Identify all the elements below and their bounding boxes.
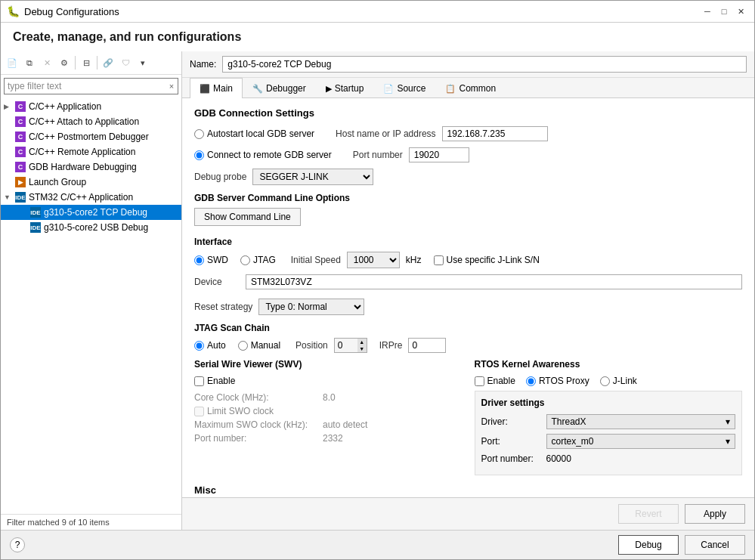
jlink-radio[interactable] bbox=[600, 376, 610, 386]
rtos-enable-text: Enable bbox=[487, 376, 515, 386]
content-area: 📄 ⧉ ✕ ⚙ ⊟ 🔗 🛡 ▾ × ▶ C C bbox=[1, 51, 754, 530]
rtos-section: RTOS Kernel Awareness Enable RTOS Proxy bbox=[475, 359, 743, 475]
specific-jlink-label[interactable]: Use specific J-Link S/N bbox=[434, 255, 540, 265]
interface-row: SWD JTAG Initial Speed 1000 500 2000 kHz bbox=[194, 252, 742, 268]
speed-select[interactable]: 1000 500 2000 bbox=[347, 252, 400, 268]
port-input[interactable] bbox=[409, 147, 469, 162]
tab-main[interactable]: ⬛ Main bbox=[190, 78, 243, 98]
specific-jlink-checkbox[interactable] bbox=[434, 255, 444, 265]
rtos-proxy-radio[interactable] bbox=[526, 376, 536, 386]
misc-section: Misc bbox=[194, 484, 742, 496]
jlink-text: J-Link bbox=[613, 376, 637, 386]
c-icon: C bbox=[14, 146, 26, 158]
jtag-label: JTAG bbox=[253, 255, 276, 265]
list-item[interactable]: ▶ Launch Group bbox=[1, 175, 181, 190]
tab-startup[interactable]: ▶ Startup bbox=[316, 78, 374, 98]
filter-button[interactable]: ⚙ bbox=[56, 54, 73, 71]
gdb-server-title: GDB Server Command Line Options bbox=[194, 193, 742, 203]
tab-debugger[interactable]: 🔧 Debugger bbox=[243, 78, 316, 98]
irpre-input[interactable] bbox=[408, 338, 446, 353]
search-input[interactable] bbox=[5, 79, 166, 94]
swv-enable-label[interactable]: Enable bbox=[194, 376, 463, 386]
delete-button[interactable]: ✕ bbox=[39, 54, 55, 71]
position-up-button[interactable]: ▲ bbox=[357, 339, 367, 345]
sidebar-footer: Filter matched 9 of 10 items bbox=[1, 514, 181, 530]
autostart-radio-label[interactable]: Autostart local GDB server bbox=[194, 128, 314, 139]
position-input[interactable] bbox=[335, 339, 357, 352]
main-header: Create, manage, and run configurations bbox=[1, 23, 754, 51]
swv-port-value: 2332 bbox=[323, 433, 343, 444]
maximize-button[interactable]: □ bbox=[716, 5, 732, 17]
usb-debug-item[interactable]: IDE g310-5-core2 USB Debug bbox=[1, 220, 181, 235]
jlink-label[interactable]: J-Link bbox=[600, 376, 637, 386]
debug-button[interactable]: Debug bbox=[618, 535, 679, 555]
port-select[interactable]: cortex_m0 ▾ bbox=[546, 434, 736, 449]
driver-select[interactable]: ThreadX ▾ bbox=[546, 414, 736, 429]
apply-button[interactable]: Apply bbox=[685, 504, 745, 524]
revert-button[interactable]: Revert bbox=[618, 504, 679, 524]
tcp-debug-item[interactable]: IDE g310-5-core2 TCP Debug bbox=[1, 205, 181, 220]
tab-debugger-label: Debugger bbox=[266, 83, 306, 94]
port-label: Port: bbox=[481, 436, 542, 447]
hostname-input[interactable] bbox=[442, 126, 548, 141]
tab-source[interactable]: 📄 Source bbox=[373, 78, 435, 98]
swd-radio-label[interactable]: SWD bbox=[194, 255, 228, 265]
list-item[interactable]: C GDB Hardware Debugging bbox=[1, 159, 181, 175]
show-command-line-button[interactable]: Show Command Line bbox=[194, 208, 301, 226]
device-input[interactable] bbox=[246, 274, 742, 289]
link-button[interactable]: 🔗 bbox=[100, 54, 116, 71]
help-button[interactable]: ? bbox=[10, 537, 25, 552]
collapse-all-button[interactable]: ⊟ bbox=[78, 54, 94, 71]
tab-main-label: Main bbox=[213, 83, 233, 94]
jtag-radio[interactable] bbox=[240, 255, 250, 265]
search-clear-button[interactable]: × bbox=[166, 80, 178, 92]
panel-content: GDB Connection Settings Autostart local … bbox=[182, 98, 754, 497]
swd-radio[interactable] bbox=[194, 255, 204, 265]
dropdown-button[interactable]: ▾ bbox=[135, 54, 151, 71]
auto-radio-label[interactable]: Auto bbox=[194, 340, 226, 351]
swv-enable-checkbox[interactable] bbox=[194, 376, 204, 386]
limit-swo-checkbox[interactable] bbox=[194, 407, 204, 416]
list-item[interactable]: ▶ C C/C++ Application bbox=[1, 99, 181, 114]
tab-common-label: Common bbox=[459, 83, 496, 94]
new-config-button[interactable]: 📄 bbox=[4, 54, 20, 71]
jtag-radio-label[interactable]: JTAG bbox=[240, 255, 276, 265]
list-item[interactable]: C C/C++ Remote Application bbox=[1, 144, 181, 159]
debug-probe-select[interactable]: SEGGER J-LINK OpenOCD PyOCD bbox=[252, 169, 373, 185]
c-icon: C bbox=[14, 161, 26, 173]
list-item[interactable]: C C/C++ Attach to Application bbox=[1, 114, 181, 129]
close-button[interactable]: ✕ bbox=[733, 5, 748, 17]
minimize-button[interactable]: ─ bbox=[700, 5, 715, 17]
list-item[interactable]: C C/C++ Postmortem Debugger bbox=[1, 129, 181, 144]
tab-startup-label: Startup bbox=[335, 83, 364, 94]
driver-settings-box: Driver settings Driver: ThreadX ▾ Port: bbox=[475, 391, 743, 475]
gdb-connection-row1: Autostart local GDB server Host name or … bbox=[194, 126, 742, 141]
rtos-proxy-label[interactable]: RTOS Proxy bbox=[526, 376, 589, 386]
manual-radio[interactable] bbox=[238, 341, 248, 351]
c-icon: C bbox=[14, 116, 26, 128]
position-down-button[interactable]: ▼ bbox=[357, 345, 367, 352]
reset-select[interactable]: Type 0: Normal Type 1: Core Reset Type 2… bbox=[258, 299, 364, 315]
list-item[interactable]: ▼ IDE STM32 C/C++ Application bbox=[1, 190, 181, 205]
max-swo-value: auto detect bbox=[323, 419, 367, 430]
jtag-scan-section: JTAG Scan Chain Auto Manual Position bbox=[194, 323, 742, 353]
auto-radio[interactable] bbox=[194, 341, 204, 351]
cancel-button[interactable]: Cancel bbox=[685, 535, 745, 555]
connect-remote-radio[interactable] bbox=[194, 150, 204, 160]
port-dropdown-icon: ▾ bbox=[726, 436, 730, 447]
rtos-enable-checkbox[interactable] bbox=[475, 376, 484, 386]
tab-common[interactable]: 📋 Common bbox=[435, 78, 506, 98]
config-name-input[interactable] bbox=[222, 56, 747, 73]
connect-remote-radio-label[interactable]: Connect to remote GDB server bbox=[194, 150, 332, 160]
search-box: × bbox=[4, 78, 178, 94]
title-bar: 🐛 Debug Configurations ─ □ ✕ bbox=[1, 1, 754, 23]
limit-swo-label[interactable]: Limit SWO clock bbox=[194, 406, 463, 416]
settings-button[interactable]: 🛡 bbox=[117, 54, 134, 71]
sidebar: 📄 ⧉ ✕ ⚙ ⊟ 🔗 🛡 ▾ × ▶ C C bbox=[1, 51, 182, 530]
autostart-radio[interactable] bbox=[194, 129, 204, 139]
common-tab-icon: 📋 bbox=[445, 84, 456, 94]
duplicate-button[interactable]: ⧉ bbox=[21, 54, 38, 71]
rtos-enable-label[interactable]: Enable bbox=[475, 376, 515, 386]
hostname-label: Host name or IP address bbox=[336, 128, 436, 139]
manual-radio-label[interactable]: Manual bbox=[238, 340, 280, 351]
